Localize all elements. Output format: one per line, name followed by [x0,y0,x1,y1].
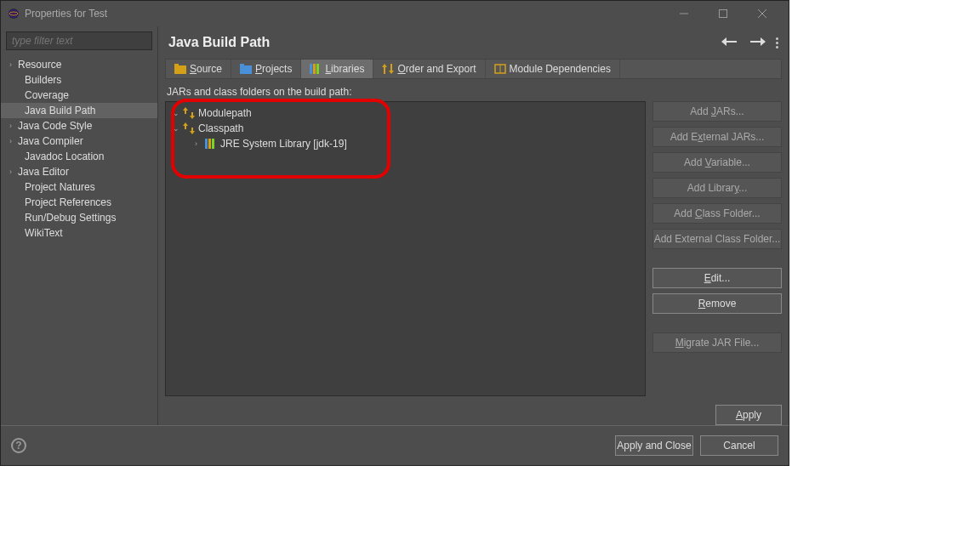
svg-rect-7 [174,64,179,66]
svg-rect-8 [240,65,252,74]
apply-button[interactable]: Apply [715,405,782,425]
svg-point-0 [9,9,19,19]
add-variable-button[interactable]: Add Variable... [652,152,782,173]
chevron-right-icon: › [9,122,18,130]
sidebar-item-wikitext[interactable]: WikiText [1,225,157,241]
chevron-right-icon: › [9,168,18,176]
svg-rect-17 [212,139,214,149]
classpath-label: Classpath [198,122,243,134]
chevron-right-icon: › [195,139,205,148]
tab-projects[interactable]: Projects [231,60,301,78]
minimize-button[interactable] [664,1,704,26]
projects-icon [240,64,252,74]
apply-row: Apply [158,396,789,425]
button-label: Add External Class Folder... [654,233,781,245]
tab-label: Module Dependencies [510,63,611,75]
add-jars-button[interactable]: Add JARs... [652,101,782,122]
more-icon[interactable] [776,37,778,48]
module-folder-icon [183,107,195,119]
chevron-right-icon: › [9,60,18,69]
sidebar-item-java-build-path[interactable]: Java Build Path [1,103,157,118]
sidebar-item-builders[interactable]: Builders [1,72,157,88]
help-icon[interactable]: ? [11,438,26,453]
eclipse-icon [8,8,20,20]
properties-dialog: Properties for Test ›Resource Builders C… [0,0,789,466]
jre-system-library-node[interactable]: › JRE System Library [jdk-19] [166,136,645,151]
tab-module-dependencies[interactable]: Module Dependencies [486,60,620,78]
classpath-node[interactable]: ⌄ Classpath [166,121,645,136]
sidebar-item-label: Java Build Path [25,105,95,116]
libraries-area: ⌄ Modulepath ⌄ Classpath › JRE System Li… [158,101,789,396]
sidebar-item-javadoc-location[interactable]: Javadoc Location [1,149,157,164]
edit-button[interactable]: Edit... [652,268,782,288]
sidebar-item-label: Coverage [25,89,69,101]
modulepath-label: Modulepath [198,107,252,119]
order-icon [382,64,394,74]
add-external-class-folder-button[interactable]: Add External Class Folder... [652,229,782,249]
svg-rect-10 [310,64,312,74]
maximize-button[interactable] [704,1,743,26]
page-title: Java Build Path [168,35,718,50]
svg-rect-6 [174,65,186,74]
library-icon [205,138,217,150]
svg-rect-12 [316,64,319,74]
jre-library-label: JRE System Library [jdk-19] [220,138,347,150]
svg-rect-9 [240,64,244,66]
tab-source[interactable]: Source [166,60,231,78]
close-button[interactable] [743,1,782,26]
sidebar-item-coverage[interactable]: Coverage [1,88,157,103]
category-sidebar: ›Resource Builders Coverage Java Build P… [1,26,158,425]
modulepath-node[interactable]: ⌄ Modulepath [166,105,645,121]
folder-icon [174,64,186,74]
add-external-jars-button[interactable]: Add External JARs... [652,127,782,147]
tab-libraries[interactable]: Libraries [301,60,373,78]
tab-bar: Source Projects Libraries Order and Expo… [165,59,782,79]
sidebar-item-resource[interactable]: ›Resource [1,57,157,72]
main-header: Java Build Path [158,26,789,59]
cancel-button[interactable]: Cancel [700,435,778,456]
sidebar-item-label: Javadoc Location [25,151,104,162]
category-tree: ›Resource Builders Coverage Java Build P… [1,55,157,425]
sidebar-item-project-natures[interactable]: Project Natures [1,179,157,195]
main-panel: Java Build Path Source Projects Librarie… [158,26,789,425]
remove-button[interactable]: Remove [652,293,782,314]
button-label: Edit... [704,272,731,284]
window-controls [664,1,782,26]
chevron-right-icon: › [9,137,18,145]
button-label: Add Library... [687,182,748,194]
add-library-button[interactable]: Add Library... [652,178,782,198]
tab-label: Source [190,63,222,75]
nav-buttons [718,35,778,50]
filter-input[interactable] [6,31,152,50]
button-label: Migrate JAR File... [675,337,760,349]
sidebar-item-project-references[interactable]: Project References [1,195,157,210]
forward-button[interactable] [747,35,769,50]
libraries-tree[interactable]: ⌄ Modulepath ⌄ Classpath › JRE System Li… [165,101,646,396]
titlebar: Properties for Test [1,1,789,26]
sidebar-item-label: Builders [25,74,61,86]
button-label: Add JARs... [690,105,744,117]
sidebar-item-run-debug-settings[interactable]: Run/Debug Settings [1,210,157,225]
svg-rect-16 [208,139,211,149]
button-label: Apply [736,409,761,421]
button-label: Add Variable... [684,156,750,168]
apply-and-close-button[interactable]: Apply and Close [615,435,693,456]
sidebar-item-java-compiler[interactable]: ›Java Compiler [1,133,157,149]
tab-label: Order and Export [397,63,476,75]
sidebar-item-java-code-style[interactable]: ›Java Code Style [1,118,157,133]
svg-rect-15 [205,139,208,149]
svg-rect-11 [313,64,316,74]
button-label: Remove [698,298,737,310]
classpath-icon [183,122,195,134]
sidebar-item-label: Run/Debug Settings [25,212,116,224]
window-title: Properties for Test [25,8,664,20]
tab-order-export[interactable]: Order and Export [373,60,485,78]
add-class-folder-button[interactable]: Add Class Folder... [652,203,782,224]
libraries-icon [310,64,322,74]
chevron-down-icon: ⌄ [173,109,183,117]
footer-buttons: Apply and Close Cancel [615,435,778,456]
migrate-jar-button[interactable]: Migrate JAR File... [652,332,782,353]
back-button[interactable] [718,35,740,50]
sidebar-item-java-editor[interactable]: ›Java Editor [1,164,157,179]
sidebar-item-label: Project Natures [25,181,95,193]
